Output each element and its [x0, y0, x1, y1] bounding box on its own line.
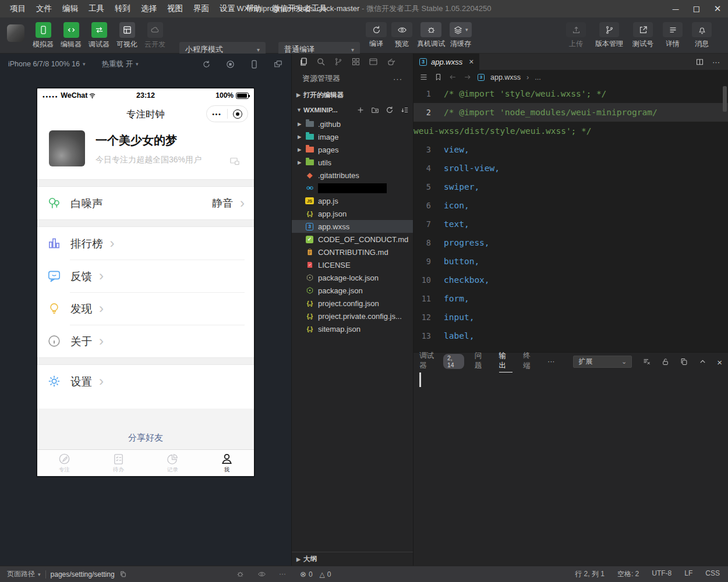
menu-item[interactable]: 选择	[137, 2, 161, 16]
list-item[interactable]: 发现	[37, 292, 254, 325]
toolbar-toggle-button[interactable]: 可视化	[113, 17, 141, 49]
code-line[interactable]: 6 icon,	[414, 196, 728, 215]
menu-item[interactable]: 工具	[84, 2, 108, 16]
menu-item[interactable]: 文件	[32, 2, 56, 16]
copy-path-icon[interactable]	[119, 570, 127, 578]
split-editor-icon[interactable]	[695, 58, 704, 66]
toolbar-toggle-button[interactable]: 编辑器	[57, 17, 85, 49]
lock-scroll-icon[interactable]	[661, 357, 670, 366]
copy-output-icon[interactable]	[680, 357, 688, 366]
code-line[interactable]: 12 input,	[414, 308, 728, 327]
code-line[interactable]: 10 checkbox,	[414, 271, 728, 289]
list-item[interactable]: 排行榜	[37, 227, 254, 260]
window-icon[interactable]	[369, 57, 378, 66]
toolbar-right-button[interactable]: 测试号	[632, 22, 653, 49]
refresh-icon[interactable]	[386, 106, 394, 114]
page-path-select[interactable]: 页面路径	[7, 569, 41, 579]
file-tree-item[interactable]: {..} sitemap.json	[292, 322, 413, 335]
code-line[interactable]: 2 /* @import 'node_modules/weui-miniprog…	[414, 103, 728, 122]
breadcrumb-symbol[interactable]: ...	[535, 73, 540, 81]
menu-item[interactable]: 项目	[6, 2, 30, 16]
maximize-panel-icon[interactable]	[698, 357, 707, 366]
list-item[interactable]: 白噪声 静音	[37, 187, 254, 219]
record-icon[interactable]	[225, 59, 235, 69]
file-tree-item[interactable]	[292, 182, 413, 194]
debug-icon[interactable]	[236, 570, 245, 579]
list-item[interactable]: 设置	[37, 365, 254, 398]
debug-more-icon[interactable]	[547, 357, 555, 365]
page-path-value[interactable]: pages/setting/setting	[51, 570, 115, 579]
toolbar-action-button[interactable]: 预览	[391, 22, 412, 49]
toolbar-right-button[interactable]: 上传	[566, 22, 586, 49]
open-editors-section[interactable]: 打开的编辑器	[292, 87, 413, 102]
status-bar-item[interactable]: UTF-8	[652, 569, 672, 579]
separate-window-icon[interactable]	[273, 59, 283, 69]
new-file-icon[interactable]	[356, 106, 365, 114]
rotate-icon[interactable]	[202, 59, 211, 69]
file-tree-item[interactable]: pages	[292, 143, 413, 156]
share-friends-button[interactable]: 分享好友	[128, 432, 163, 443]
output-channel-select[interactable]: 扩展	[573, 356, 632, 368]
phone-tab[interactable]: 我	[200, 450, 254, 476]
code-line[interactable]: 11 form,	[414, 289, 728, 308]
close-button[interactable]: ✕	[707, 0, 728, 17]
more-menu-button[interactable]	[207, 111, 227, 118]
files-icon[interactable]	[299, 57, 308, 66]
forward-icon[interactable]	[463, 73, 472, 81]
file-tree-item[interactable]: ✓ CODE_OF_CONDUCT.md	[292, 233, 413, 246]
toolbar-right-button[interactable]: 消息	[692, 22, 712, 49]
code-line[interactable]: 1 /* @import 'style/weui.wxss'; */	[414, 84, 728, 103]
list-item[interactable]: 反馈	[37, 260, 254, 292]
toolbar-action-button[interactable]: 清缓存	[450, 22, 472, 49]
status-bar-item[interactable]: CSS	[705, 569, 720, 579]
editor-scrollbar[interactable]	[723, 86, 727, 112]
menu-item[interactable]: 转到	[111, 2, 135, 16]
back-icon[interactable]	[448, 73, 457, 81]
maximize-button[interactable]: ◻	[686, 0, 707, 17]
phone-tab[interactable]: 专注	[37, 450, 91, 476]
code-line[interactable]: 3 view,	[414, 140, 728, 159]
device-select[interactable]: iPhone 6/7/8 100% 16	[8, 60, 86, 68]
menu-item[interactable]: 界面	[189, 2, 213, 16]
profile-avatar[interactable]	[49, 130, 85, 166]
menu-item[interactable]: 编辑	[58, 2, 82, 16]
toolbar-right-button[interactable]: 版本管理	[595, 22, 623, 49]
code-line[interactable]: 13 label,	[414, 327, 728, 345]
status-bar-item[interactable]: 空格: 2	[617, 569, 639, 579]
debug-panel-tab[interactable]: 终端	[523, 351, 537, 372]
clear-output-icon[interactable]	[642, 357, 651, 366]
extensions-icon[interactable]	[351, 57, 361, 66]
toolbar-right-button[interactable]: 详情	[663, 22, 683, 49]
project-section[interactable]: WXMINIP...	[292, 102, 413, 118]
code-line[interactable]: weui-wxss/dist/style/weui.wxss'; */	[414, 122, 728, 140]
toolbar-toggle-button[interactable]: 云开发	[141, 17, 169, 49]
toolbar-action-button[interactable]: 编译	[366, 22, 387, 49]
device-frame-icon[interactable]	[249, 59, 259, 69]
collapse-all-icon[interactable]	[400, 106, 408, 114]
explorer-more-icon[interactable]	[393, 74, 402, 83]
new-folder-icon[interactable]	[371, 106, 379, 114]
outline-section[interactable]: 大纲	[292, 552, 413, 566]
code-line[interactable]: 5 swiper,	[414, 178, 728, 196]
debug-panel-tab[interactable]: 输出	[499, 351, 513, 372]
minimize-button[interactable]: ─	[665, 0, 686, 17]
status-bar-item[interactable]: LF	[684, 569, 692, 579]
file-tree-item[interactable]: utils	[292, 156, 413, 169]
code-line[interactable]: 4 sroll-view,	[414, 159, 728, 178]
file-tree-item[interactable]: ◆ .gitattributes	[292, 169, 413, 182]
file-tree-item[interactable]: LICENSE	[292, 258, 413, 271]
close-panel-icon[interactable]	[717, 357, 722, 366]
debug-panel-tab[interactable]: 调试器 2, 14	[419, 351, 464, 372]
file-tree-item[interactable]: {..} project.private.config.js...	[292, 310, 413, 322]
code-line[interactable]: 9 button,	[414, 252, 728, 271]
status-bar-item[interactable]: 行 2, 列 1	[575, 569, 605, 579]
outline-icon[interactable]	[419, 73, 428, 81]
list-item[interactable]: 关于	[37, 325, 254, 357]
toolbar-toggle-button[interactable]: 模拟器	[29, 17, 57, 49]
problems-indicator[interactable]: 0 0	[300, 570, 331, 579]
editor-tab[interactable]: 3 app.wxss	[414, 54, 479, 70]
file-tree-item[interactable]: JS app.js	[292, 194, 413, 207]
phone-tab[interactable]: 记录	[146, 450, 200, 476]
status-more-icon[interactable]	[279, 570, 286, 579]
exit-button[interactable]	[228, 109, 248, 119]
